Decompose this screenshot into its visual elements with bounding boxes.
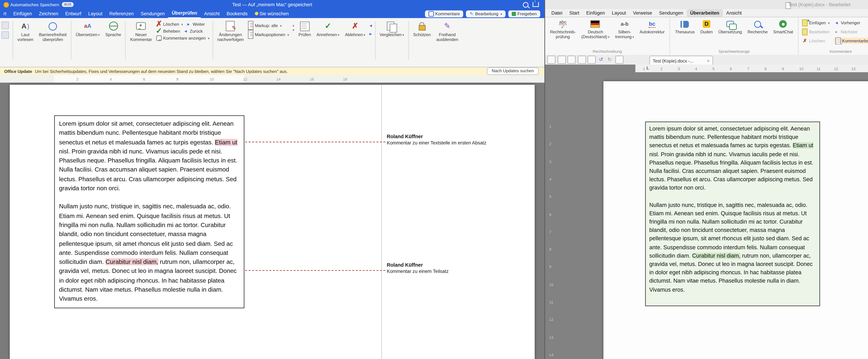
ribbon-separator: [375, 21, 375, 60]
smartchat-icon: [779, 20, 787, 28]
print-icon[interactable]: [587, 56, 596, 64]
hyphenation-dropdown[interactable]: Silben- trennung▾: [613, 18, 637, 41]
delete-comment-button[interactable]: ✗ Löschen: [802, 37, 830, 44]
duden-button[interactable]: Duden: [698, 18, 716, 36]
next-comment-button[interactable]: ▸ Nächster: [834, 28, 868, 35]
read-aloud-button[interactable]: Laut vorlesen: [14, 20, 36, 43]
search-icon[interactable]: [523, 2, 528, 7]
menu-item-überarbeiten[interactable]: Überarbeiten: [687, 9, 723, 17]
ribbon-tab-rt[interactable]: rt: [0, 9, 10, 18]
ribbon-tab-row: rtEinfügenZeichnenEntwurfLayoutReferenze…: [0, 9, 545, 18]
ribbon-tab-entwurf[interactable]: Entwurf: [62, 9, 85, 18]
ribbon-tab-einfügen[interactable]: Einfügen: [10, 9, 35, 18]
ribbon-tab-ansicht[interactable]: Ansicht: [201, 9, 223, 18]
ribbon-tab-überprüfen[interactable]: Überprüfen: [168, 9, 201, 18]
language-dropdown[interactable]: Deutsch (Deutschland)▾: [579, 18, 613, 41]
smartchat-button[interactable]: SmartChat: [770, 18, 796, 36]
ribbon-separator: [212, 21, 213, 60]
delete-comment-button[interactable]: ✗ Löschen ▾: [156, 21, 183, 27]
share-icon[interactable]: [533, 2, 539, 7]
menu-item-layout[interactable]: Layout: [608, 9, 629, 17]
next-change-icon[interactable]: ▸: [369, 31, 372, 37]
language-button[interactable]: Sprache: [102, 20, 124, 38]
menu-item-verweise[interactable]: Verweise: [629, 9, 655, 17]
menu-item-datei[interactable]: Datei: [548, 9, 566, 17]
duden-icon: [703, 20, 710, 28]
previous-comment-button[interactable]: ◂ Zurück: [183, 28, 203, 34]
menu-item-ansicht[interactable]: Ansicht: [723, 9, 745, 17]
ribbon-tab-layout[interactable]: Layout: [85, 9, 106, 18]
menu-item-einfügen[interactable]: Einfügen: [583, 9, 608, 17]
accept-change-button[interactable]: ✓ Annehmen▾: [314, 20, 342, 38]
markup-options-dropdown[interactable]: Markupoptionen ▾: [248, 31, 289, 37]
ribbon-separator: [408, 21, 409, 60]
clipboard-icon[interactable]: [1, 22, 9, 29]
next-icon: ▸: [186, 22, 191, 26]
ribbon-tab-bookends[interactable]: Bookends: [223, 9, 251, 18]
previous-change-icon[interactable]: ◂: [369, 23, 372, 28]
track-changes-button[interactable]: Änderungen nachverfolgen: [214, 20, 247, 43]
markup-dropdown[interactable]: Markup: alle ▾: [248, 22, 289, 28]
new-comment-button[interactable]: Neuer Kommentar: [127, 20, 155, 43]
research-button[interactable]: Recherche: [745, 18, 770, 36]
close-tab-icon[interactable]: ×: [707, 58, 710, 63]
horizontal-ruler[interactable]: 24681012141618: [0, 75, 545, 83]
menu-item-start[interactable]: Start: [566, 9, 583, 17]
redo-icon[interactable]: ↻: [606, 56, 613, 63]
text-body[interactable]: Lorem ipsum dolor sit amet, consectetuer…: [54, 115, 244, 308]
comment-action-button[interactable]: Kommentare: [425, 10, 463, 17]
thesaurus-button[interactable]: Thesaurus: [672, 18, 698, 36]
text-body[interactable]: Lorem ipsum dolor sit amet, consectetuer…: [645, 121, 820, 306]
compare-button[interactable]: Vergleichen▾: [377, 20, 407, 38]
comment-author: Roland Küffner: [387, 134, 536, 140]
translation-button[interactable]: Übersetzung: [716, 18, 745, 36]
check-updates-button[interactable]: Nach Updates suchen: [487, 67, 539, 75]
undo-icon[interactable]: ↺: [597, 56, 604, 63]
comment-pane-button[interactable]: Kommentarbereich: [834, 37, 868, 44]
margin-comment[interactable]: Roland KüffnerKommentar zu einer Textste…: [387, 134, 536, 146]
pencil-action-button[interactable]: Bearbeitung▾: [466, 10, 506, 17]
tabstop-selector[interactable]: L: [647, 66, 649, 70]
scroll-up-icon[interactable]: ▴: [292, 23, 294, 27]
export-icon[interactable]: [578, 56, 586, 64]
dropdown-caret-icon: ▾: [287, 32, 289, 36]
share-action-button[interactable]: Freigeben: [508, 10, 540, 17]
spellcheck-button[interactable]: Rechtschreib- prüfung: [547, 18, 579, 41]
open-icon[interactable]: [557, 56, 566, 64]
hyphenation-icon: [618, 19, 631, 29]
protect-button[interactable]: Schützen: [410, 20, 434, 38]
document-page[interactable]: Lorem ipsum dolor sit amet, consectetuer…: [603, 81, 868, 359]
clipboard-icon[interactable]: [615, 56, 623, 64]
hide-ink-button[interactable]: Freihand ausblenden: [433, 20, 461, 43]
save-icon[interactable]: [567, 56, 576, 64]
vertical-ruler[interactable]: 1234567891011121314: [545, 72, 556, 359]
ribbon-tab-zeichnen[interactable]: Zeichnen: [35, 9, 62, 18]
autocorrect-button[interactable]: Autokorrektur: [637, 18, 667, 36]
autosave-toggle[interactable]: Automatisches Speichern AUS: [3, 2, 73, 7]
scroll-down-icon[interactable]: ▾: [292, 28, 294, 32]
document-tab[interactable]: Test (Kopie).docx -... ×: [649, 56, 713, 65]
edit-comment-button[interactable]: Bearbeiten: [802, 28, 830, 35]
show-comments-button[interactable]: Kommentare anzeigen ▾: [156, 35, 210, 41]
ruler-number: 1: [643, 66, 645, 70]
titlebar-actions: KommentareBearbeitung▾Freigeben: [425, 10, 540, 17]
insert-comment-button[interactable]: Einfügen ▾: [802, 20, 830, 26]
ribbon-tab-referenzen[interactable]: Referenzen: [106, 9, 137, 18]
ribbon-tab-sendungen[interactable]: Sendungen: [137, 9, 168, 18]
next-comment-button[interactable]: ▸ Weiter: [186, 21, 205, 27]
new-document-icon[interactable]: [547, 56, 556, 64]
resolve-icon: ✓: [156, 28, 162, 33]
ruler-number: 10: [799, 66, 803, 70]
reject-change-button[interactable]: ✗ Ablehnen▾: [342, 20, 368, 38]
accessibility-check-button[interactable]: Barrierefreiheit überprüfen: [36, 20, 69, 43]
change-nav-group: ◂ ▸: [368, 20, 373, 37]
tell-me-button[interactable]: Sie wünschen: [251, 11, 292, 16]
menu-item-sendungen[interactable]: Sendungen: [655, 9, 687, 17]
resolve-comment-button[interactable]: ✓ Beheben: [156, 28, 180, 34]
margin-comment[interactable]: Roland KüffnerKommentar zu einem Teilsat…: [387, 263, 536, 274]
previous-comment-button[interactable]: ◂ Vorheriger: [834, 20, 868, 26]
reviewing-pane-button[interactable]: Prüfen: [296, 20, 314, 38]
format-painter-icon[interactable]: [1, 31, 9, 39]
document-page[interactable]: Lorem ipsum dolor sit amet, consectetuer…: [10, 85, 535, 359]
translate-button[interactable]: Übersetzen▾: [73, 20, 102, 38]
